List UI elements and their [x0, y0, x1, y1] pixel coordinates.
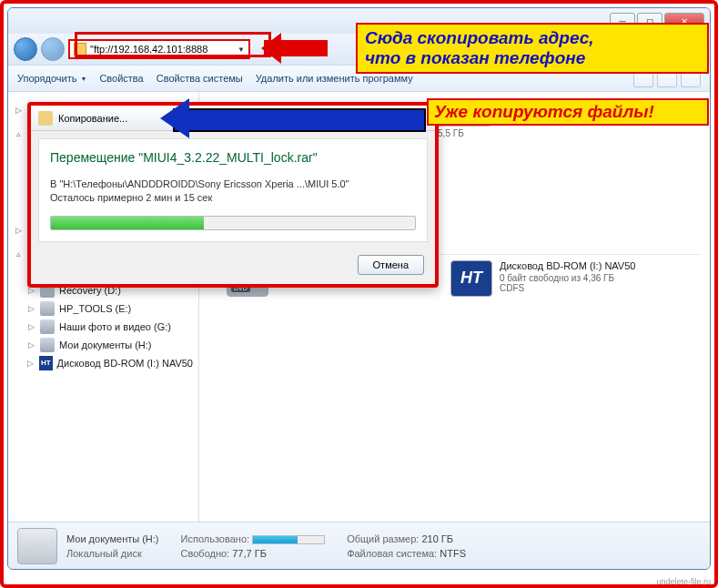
copy-icon: [38, 111, 53, 126]
details-pane: Мои документы (H:) Локальный диск Исполь…: [8, 522, 710, 569]
dialog-title-text: Копирование...: [58, 113, 127, 124]
dialog-destination: В "H:\Телефоны\ANDDDROIDD\Sony Ericsson …: [50, 177, 416, 191]
address-input[interactable]: "ftp://192.168.42.101:8888 ▼: [68, 39, 250, 59]
annotation-yellow-box-1: Сюда скопировать адрес, что в показан те…: [356, 23, 709, 74]
explorer-window: ─ ◻ ✕ "ftp://192.168.42.101:8888 ▼ Упоря…: [7, 7, 711, 570]
address-text: "ftp://192.168.42.101:8888: [90, 44, 238, 55]
dialog-remaining: Осталось примерно 2 мин и 15 сек: [50, 191, 416, 205]
uninstall-button[interactable]: Удалить или изменить программу: [256, 73, 413, 84]
drive-bdrom[interactable]: Дисковод BD-ROM (I:) NAV50 0 байт свобод…: [450, 260, 660, 297]
folder-icon: [74, 43, 86, 56]
watermark: undelete-file.ru: [656, 577, 711, 586]
tree-drive-i[interactable]: ▷HTДисковод BD-ROM (I:) NAV50: [10, 354, 197, 372]
annotation-red-arrow: [264, 35, 355, 62]
properties-button[interactable]: Свойства: [99, 73, 143, 84]
tree-drive-h[interactable]: ▷Мои документы (H:): [10, 336, 197, 354]
back-button[interactable]: [14, 37, 37, 61]
organize-menu[interactable]: Упорядочить▼: [17, 73, 86, 84]
address-dropdown-icon[interactable]: ▼: [238, 46, 245, 54]
progress-bar: [50, 216, 416, 230]
annotation-yellow-box-2: Уже копируются файлы!: [427, 98, 709, 126]
forward-button[interactable]: [41, 37, 65, 61]
tree-drive-e[interactable]: ▷HP_TOOLS (E:): [10, 299, 197, 318]
system-properties-button[interactable]: Свойства системы: [157, 73, 243, 84]
cancel-button[interactable]: Отмена: [358, 255, 424, 275]
bdrom-icon: [450, 260, 492, 297]
annotation-blue-arrow: [146, 102, 437, 135]
tree-drive-g[interactable]: ▷Наши фото и видео (G:): [10, 318, 197, 336]
dialog-heading: Перемещение "MIUI4_3.2.22_MULTI_lock.rar…: [50, 150, 416, 165]
status-drive-name: Мои документы (H:): [66, 532, 159, 546]
hdd-icon: [17, 528, 57, 564]
